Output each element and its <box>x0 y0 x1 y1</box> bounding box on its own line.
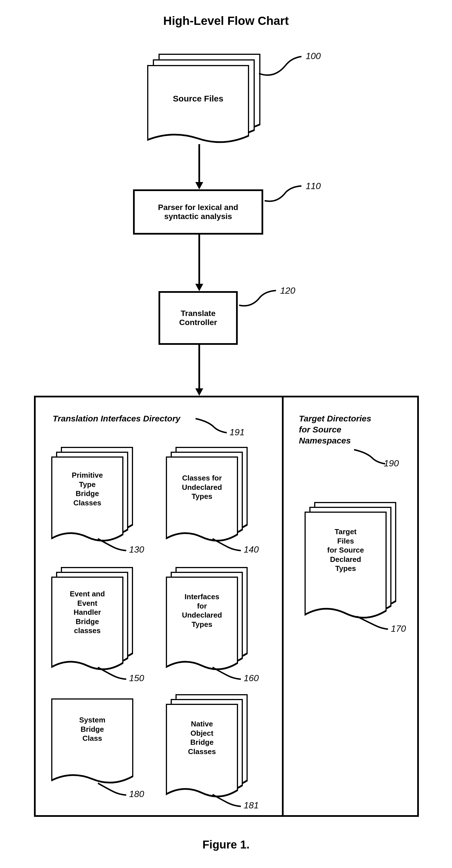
system-bridge-label: System Bridge Class <box>51 715 133 743</box>
ref-140: 140 <box>244 545 259 555</box>
ref-130: 130 <box>129 545 144 555</box>
arrow-source-to-parser <box>195 144 203 189</box>
ref-150: 150 <box>129 673 144 683</box>
figure-label: Figure 1. <box>0 838 452 851</box>
interfaces-undeclared-stack: Interfaces for Undeclared Types <box>166 567 256 680</box>
classes-undeclared-label: Classes for Undeclared Types <box>166 473 238 501</box>
callout-110 <box>263 184 303 206</box>
flowchart-page: High-Level Flow Chart Source Files 100 P… <box>0 0 452 868</box>
callout-190 <box>352 447 387 467</box>
ref-181: 181 <box>244 800 259 811</box>
arrow-parser-to-controller <box>195 235 203 291</box>
ref-180: 180 <box>129 789 144 799</box>
source-files-stack: Source Files <box>147 54 260 147</box>
translate-controller-box: Translate Controller <box>159 291 238 345</box>
native-object-stack: Native Object Bridge Classes <box>166 694 256 807</box>
callout-170 <box>356 614 390 632</box>
target-files-stack: Target Files for Source Declared Types <box>305 502 404 629</box>
callout-160 <box>211 664 242 681</box>
ref-160: 160 <box>244 673 259 683</box>
callout-191 <box>194 416 228 436</box>
output-container: Translation Interfaces Directory 191 Tar… <box>34 396 419 817</box>
ref-110: 110 <box>306 181 321 191</box>
parser-box: Parser for lexical and syntactic analysi… <box>133 189 263 235</box>
source-files-label: Source Files <box>147 93 249 104</box>
callout-130 <box>96 536 128 553</box>
ref-190: 190 <box>384 458 399 469</box>
diagram-title: High-Level Flow Chart <box>0 14 452 28</box>
callout-140 <box>211 536 242 553</box>
callout-100 <box>258 54 303 82</box>
callout-150 <box>96 664 128 681</box>
primitive-label: Primitive Type Bridge Classes <box>51 471 123 507</box>
native-object-label: Native Object Bridge Classes <box>166 719 238 756</box>
event-handler-stack: Event and Event Handler Bridge classes <box>51 567 142 680</box>
callout-180 <box>96 780 128 797</box>
target-files-label: Target Files for Source Declared Types <box>305 527 387 573</box>
translation-interfaces-label: Translation Interfaces Directory <box>53 413 180 424</box>
event-handler-label: Event and Event Handler Bridge classes <box>51 589 123 636</box>
container-divider <box>282 397 284 815</box>
interfaces-undeclared-label: Interfaces for Undeclared Types <box>166 592 238 629</box>
ref-120: 120 <box>280 285 295 296</box>
translate-controller-label: Translate Controller <box>179 309 217 327</box>
arrow-controller-to-container <box>195 345 203 396</box>
ref-191: 191 <box>229 427 245 437</box>
callout-181 <box>211 792 242 809</box>
target-directories-label: Target Directories for Source Namespaces <box>299 413 371 446</box>
callout-120 <box>238 288 277 311</box>
ref-170: 170 <box>391 623 406 634</box>
ref-100: 100 <box>306 51 321 61</box>
parser-label: Parser for lexical and syntactic analysi… <box>158 203 238 221</box>
